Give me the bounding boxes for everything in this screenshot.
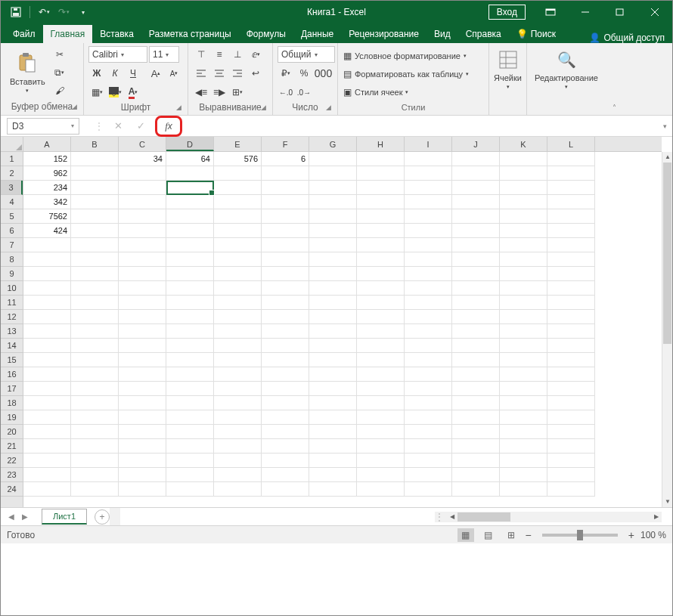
wrap-text-icon[interactable]: ↩ [247,65,264,82]
cell[interactable] [262,453,309,468]
row-header[interactable]: 23 [1,468,23,482]
cell[interactable] [357,453,405,468]
align-center-icon[interactable] [211,65,228,82]
cell[interactable] [214,181,262,195]
tab-insert[interactable]: Вставка [92,25,141,43]
cell[interactable] [166,425,214,439]
cell[interactable] [547,439,595,453]
cell[interactable] [500,252,547,267]
cell[interactable] [166,382,214,396]
cell[interactable] [71,367,119,382]
row-header[interactable]: 18 [1,396,23,410]
cell[interactable] [309,166,357,181]
sheet-nav[interactable]: ◀▶ [1,512,36,521]
cell[interactable] [119,166,166,181]
row-header[interactable]: 5 [1,209,23,224]
zoom-level[interactable]: 100 % [640,530,666,540]
cell[interactable]: 64 [166,152,214,166]
cell[interactable] [547,195,595,209]
font-size-combo[interactable]: 11▾ [149,46,179,63]
cell[interactable] [452,453,500,468]
cell[interactable] [547,224,595,238]
cell[interactable]: 576 [214,152,262,166]
cell[interactable] [119,367,166,382]
cell[interactable] [166,209,214,224]
column-header[interactable]: E [214,137,262,151]
cell[interactable] [452,181,500,195]
tab-review[interactable]: Рецензирование [341,25,426,43]
cell[interactable] [357,482,405,497]
cell[interactable] [214,324,262,339]
cell[interactable] [309,396,357,410]
zoom-slider[interactable] [542,534,618,537]
cell[interactable]: 6 [262,152,309,166]
cell[interactable] [119,281,166,296]
cell[interactable] [309,310,357,324]
cell[interactable] [23,382,71,396]
cell[interactable] [166,252,214,267]
row-header[interactable]: 16 [1,367,23,382]
cell[interactable] [71,482,119,497]
row-header[interactable]: 19 [1,410,23,425]
cell[interactable] [214,281,262,296]
cell[interactable] [166,224,214,238]
cell[interactable] [452,195,500,209]
accounting-icon[interactable]: ₽▾ [278,65,294,82]
cell[interactable] [23,267,71,281]
save-icon[interactable] [8,5,23,20]
row-header[interactable]: 10 [1,281,23,296]
cell[interactable] [262,267,309,281]
cell-grid[interactable]: 152346457669622343427562424 [23,152,662,507]
cell[interactable] [452,468,500,482]
cell[interactable] [214,367,262,382]
zoom-out-button[interactable]: − [526,529,532,541]
paste-button[interactable]: Вставить▾ [5,50,50,95]
share-button[interactable]: 👤Общий доступ [589,33,665,43]
cell[interactable] [214,195,262,209]
cell[interactable] [547,310,595,324]
cell[interactable] [71,267,119,281]
cell[interactable] [262,425,309,439]
cell[interactable] [309,367,357,382]
decrease-indent-icon[interactable]: ◀≡ [193,84,209,101]
cell[interactable] [309,482,357,497]
cell[interactable] [23,482,71,497]
cell[interactable] [405,224,452,238]
cell[interactable] [71,224,119,238]
cell[interactable] [71,468,119,482]
cell[interactable] [262,224,309,238]
cell[interactable] [500,339,547,353]
align-middle-icon[interactable]: ≡ [211,46,228,63]
tab-view[interactable]: Вид [426,25,458,43]
cell[interactable] [166,339,214,353]
cell[interactable] [500,396,547,410]
cell[interactable] [500,468,547,482]
cell[interactable] [262,439,309,453]
cell[interactable] [309,209,357,224]
cell[interactable] [214,238,262,252]
cell[interactable] [166,238,214,252]
cell[interactable] [71,339,119,353]
cell[interactable] [119,425,166,439]
cell[interactable] [119,396,166,410]
cell[interactable] [214,468,262,482]
cell[interactable] [262,410,309,425]
prev-sheet-icon[interactable]: ◀ [5,512,17,521]
cell[interactable] [71,296,119,310]
cell[interactable] [500,310,547,324]
shrink-font-icon[interactable]: A▾ [166,65,182,82]
cell[interactable] [166,166,214,181]
scroll-left-icon[interactable]: ◀ [447,513,457,520]
decrease-decimal-icon[interactable]: .0→ [296,84,312,101]
cell[interactable] [500,166,547,181]
cell[interactable] [119,482,166,497]
cell[interactable] [262,209,309,224]
cell[interactable] [357,410,405,425]
align-left-icon[interactable] [193,65,209,82]
row-header[interactable]: 22 [1,453,23,468]
row-header[interactable]: 2 [1,166,23,181]
cut-icon[interactable]: ✂ [51,46,68,63]
cell[interactable] [405,238,452,252]
conditional-format-button[interactable]: ▦Условное форматирование▾ [343,48,484,64]
cell[interactable] [119,382,166,396]
